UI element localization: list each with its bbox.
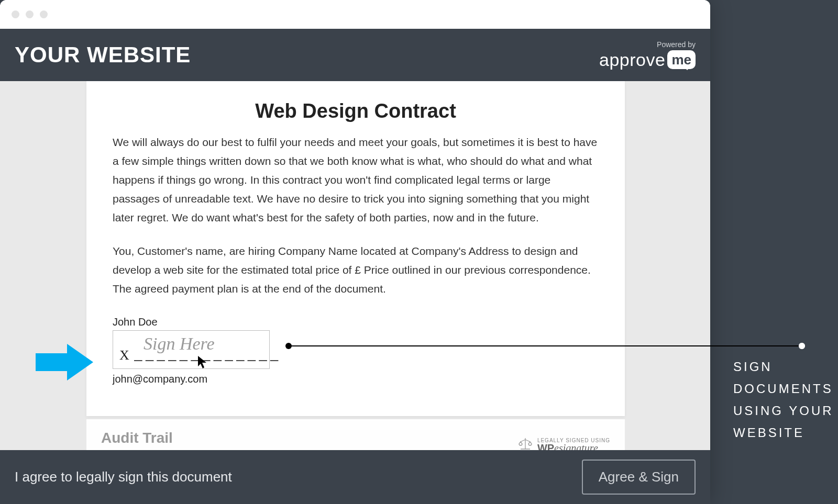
powered-by-label: Powered by — [599, 40, 696, 49]
page-body: Web Design Contract We will always do ou… — [0, 81, 710, 450]
side-caption-line-2: DOCUMENTS — [733, 378, 834, 400]
window-dot-2 — [26, 10, 34, 18]
document-card: Web Design Contract We will always do ou… — [86, 81, 625, 416]
signer-email: john@company.com — [86, 369, 625, 385]
window-dot-3 — [40, 10, 48, 18]
document-title: Web Design Contract — [86, 81, 625, 133]
signature-x-mark: X — [119, 348, 129, 366]
signer-name: John Doe — [86, 313, 625, 330]
document-text: We will always do our best to fulfil you… — [86, 133, 625, 298]
callout-arrow-icon — [36, 344, 93, 380]
footer-bar: I agree to legally sign this document Ag… — [0, 450, 710, 504]
side-caption-line-3: USING YOUR — [733, 400, 834, 422]
browser-chrome — [0, 0, 710, 29]
site-title: YOUR WEBSITE — [15, 42, 191, 68]
side-caption: SIGN DOCUMENTS USING YOUR WEBSITE — [733, 356, 834, 444]
signature-placeholder: Sign Here — [144, 334, 215, 354]
side-caption-line-1: SIGN — [733, 356, 834, 378]
powered-by-block: Powered by approve me — [599, 40, 696, 70]
logo-badge: me — [667, 50, 696, 69]
audit-trail-title: Audit Trail — [101, 430, 300, 446]
document-paragraph-2: You, Customer's name, are hiring Company… — [113, 242, 599, 298]
cursor-icon — [197, 355, 208, 369]
agree-statement: I agree to legally sign this document — [15, 469, 232, 485]
window-dot-1 — [12, 10, 19, 18]
approveme-logo: approve me — [599, 50, 696, 70]
site-header: YOUR WEBSITE Powered by approve me — [0, 29, 710, 81]
logo-word: approve — [599, 50, 665, 70]
document-paragraph-1: We will always do our best to fulfil you… — [113, 133, 599, 227]
agree-and-sign-button[interactable]: Agree & Sign — [582, 460, 696, 495]
signature-field[interactable]: X Sign Here ————————————— — [113, 330, 270, 369]
browser-window: YOUR WEBSITE Powered by approve me Web D… — [0, 0, 710, 504]
side-caption-line-4: WEBSITE — [733, 422, 834, 444]
